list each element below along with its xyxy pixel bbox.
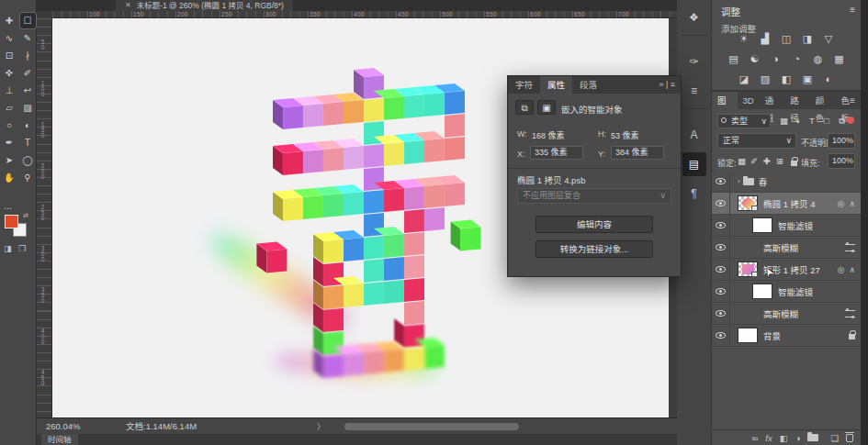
eye-icon[interactable]: [716, 266, 726, 273]
curves-icon[interactable]: ◫: [780, 33, 793, 45]
selective-color-icon[interactable]: ◐: [822, 73, 835, 85]
eye-icon[interactable]: [716, 310, 726, 317]
properties-panel-icon[interactable]: ▤: [682, 152, 706, 176]
threshold-icon[interactable]: ◧: [780, 73, 793, 85]
layer-row[interactable]: 高斯模糊: [712, 303, 861, 325]
filter-toggle-light[interactable]: [847, 117, 854, 124]
eyedropper-tool-icon[interactable]: ∤: [20, 48, 36, 63]
history-brush-tool-icon[interactable]: ↩: [20, 83, 36, 98]
timeline-tab[interactable]: 时间轴: [41, 434, 78, 445]
new-group-icon[interactable]: [807, 434, 818, 441]
swap-colors-icon[interactable]: ⇄: [23, 212, 28, 219]
channel-mixer-icon[interactable]: ◍: [812, 53, 825, 65]
link-layers-icon[interactable]: ∞: [752, 433, 759, 443]
visibility-cell[interactable]: [712, 171, 730, 193]
delete-layer-icon[interactable]: [846, 434, 853, 442]
character-panel-icon[interactable]: A: [682, 123, 706, 147]
brush-tool-icon[interactable]: ✐: [20, 65, 36, 81]
new-adjustment-layer-icon[interactable]: ◑: [795, 433, 801, 443]
eraser-tool-icon[interactable]: ▱: [2, 100, 17, 116]
smart-object-filter-icon[interactable]: ⧉: [839, 116, 845, 127]
layer-thumbnail[interactable]: [738, 195, 758, 211]
vibrance-icon[interactable]: ▽: [822, 33, 835, 45]
layer-row[interactable]: 智能滤镜: [712, 215, 861, 237]
screen-mode-icon[interactable]: ❒: [18, 244, 26, 253]
edit-toolbar-icon[interactable]: ⋯: [4, 204, 12, 213]
layer-thumbnail[interactable]: [738, 261, 758, 277]
levels-icon[interactable]: ▟: [759, 33, 772, 45]
expander-icon[interactable]: ›: [738, 177, 740, 185]
type-layer-filter-icon[interactable]: T: [809, 116, 815, 126]
layer-row[interactable]: 背景: [712, 325, 861, 347]
path-selection-tool-icon[interactable]: ➤: [2, 152, 17, 168]
lock-all-icon[interactable]: [791, 161, 797, 166]
exposure-icon[interactable]: ◨: [801, 33, 814, 45]
quick-selection-tool-icon[interactable]: ✎: [20, 30, 36, 46]
brushes-panel-icon[interactable]: ≡: [682, 79, 706, 103]
tab-颜色[interactable]: 颜色: [810, 92, 836, 109]
adjustment-layer-filter-icon[interactable]: ◑: [795, 116, 800, 126]
collapse-effects-icon[interactable]: ∧: [849, 265, 855, 274]
brush-settings-panel-icon[interactable]: ✑: [682, 50, 706, 73]
fill-field[interactable]: 100%: [828, 153, 855, 169]
quick-mask-icon[interactable]: ◨: [4, 244, 12, 253]
marquee-tool-icon[interactable]: ☐: [20, 13, 36, 28]
visibility-cell[interactable]: [712, 325, 730, 347]
clone-stamp-tool-icon[interactable]: ⊥: [2, 83, 17, 98]
lock-transparency-icon[interactable]: ▦: [738, 156, 746, 166]
add-mask-icon[interactable]: ◧: [780, 433, 788, 443]
visibility-cell[interactable]: [712, 193, 730, 215]
tab-通道[interactable]: 通道: [760, 92, 785, 109]
eye-icon[interactable]: [716, 200, 726, 206]
tab-路径[interactable]: 路径: [784, 92, 810, 109]
tab-图层[interactable]: 图层: [712, 92, 738, 109]
collapse-effects-icon[interactable]: ∧: [849, 199, 855, 208]
filter-blend-options-icon[interactable]: [845, 310, 855, 317]
status-chevron-icon[interactable]: 〉: [317, 418, 325, 435]
type-tool-icon[interactable]: T: [20, 135, 36, 150]
shape-layer-filter-icon[interactable]: □: [824, 116, 829, 126]
pixel-layer-filter-icon[interactable]: ▦: [780, 116, 788, 126]
visibility-cell[interactable]: [712, 303, 730, 325]
layer-thumbnail[interactable]: [738, 328, 758, 343]
zoom-level[interactable]: 260.04%: [46, 418, 81, 435]
layer-row[interactable]: 椭圆 1 拷贝 4◎∧: [712, 193, 861, 215]
tab-字符[interactable]: 字符: [508, 76, 540, 94]
document-tab[interactable]: ✕ 未标题-1 @ 260% (椭圆 1 拷贝 4, RGB/8*): [116, 0, 293, 11]
layer-thumbnail[interactable]: [752, 284, 772, 299]
crop-tool-icon[interactable]: ⊡: [2, 48, 17, 63]
gradient-map-icon[interactable]: ▣: [801, 73, 814, 85]
eye-icon[interactable]: [716, 332, 726, 339]
x-field[interactable]: 335 像素: [530, 146, 583, 160]
lock-position-icon[interactable]: ✚: [763, 156, 771, 166]
eye-icon[interactable]: [716, 244, 726, 250]
blend-mode-select[interactable]: 正常 ∨: [717, 133, 796, 149]
gradient-tool-icon[interactable]: ▨: [20, 100, 36, 116]
filter-blend-options-icon[interactable]: [845, 244, 855, 251]
black-white-icon[interactable]: ◑: [770, 53, 783, 65]
posterize-icon[interactable]: ▨: [759, 73, 772, 85]
pen-tool-icon[interactable]: ✒: [2, 135, 17, 150]
edit-contents-button[interactable]: 编辑内容: [535, 216, 653, 233]
eye-icon[interactable]: [716, 288, 726, 295]
clone-source-panel-icon[interactable]: ❖: [682, 6, 706, 29]
lasso-tool-icon[interactable]: ∿: [2, 30, 17, 46]
visibility-cell[interactable]: [712, 281, 730, 303]
horizontal-scrollbar-thumb[interactable]: [344, 423, 519, 430]
tab-属性[interactable]: 属性: [540, 76, 572, 94]
move-tool-icon[interactable]: ✚: [2, 13, 17, 28]
dodge-tool-icon[interactable]: ◐: [20, 117, 36, 133]
eye-icon[interactable]: [716, 178, 726, 184]
foreground-color-swatch[interactable]: [5, 215, 18, 228]
layer-row[interactable]: 矩形 1 拷贝 27◎∧: [712, 259, 861, 281]
hue-saturation-icon[interactable]: ▤: [727, 53, 740, 65]
layer-row[interactable]: 高斯模糊: [712, 237, 861, 259]
tab-3D[interactable]: 3D: [738, 92, 760, 109]
tab-段落[interactable]: 段落: [572, 76, 604, 94]
visibility-cell[interactable]: [712, 237, 730, 259]
photo-filter-icon[interactable]: ◔: [791, 53, 804, 65]
ellipse-tool-icon[interactable]: ◯: [20, 152, 36, 168]
blur-tool-icon[interactable]: ○: [2, 117, 17, 133]
paragraph-panel-icon[interactable]: ¶: [682, 182, 706, 206]
invert-icon[interactable]: ◪: [738, 73, 750, 85]
